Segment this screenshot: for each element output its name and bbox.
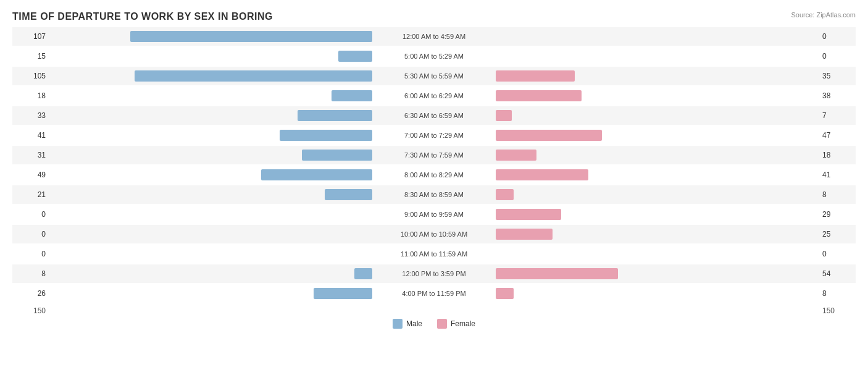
female-bar-wrap bbox=[496, 205, 819, 224]
chart-row: 26 4:00 PM to 11:59 PM 8 bbox=[12, 284, 856, 303]
female-bar-wrap bbox=[496, 126, 819, 145]
female-bar-wrap bbox=[496, 47, 819, 65]
male-bar-wrap bbox=[49, 245, 372, 263]
male-bar bbox=[280, 130, 372, 141]
female-value: 29 bbox=[819, 210, 856, 219]
female-bar-wrap bbox=[496, 166, 819, 184]
row-label: 9:00 AM to 9:59 AM bbox=[372, 211, 496, 218]
female-bar-wrap bbox=[496, 185, 819, 204]
female-bar-wrap bbox=[496, 146, 819, 164]
female-value: 0 bbox=[819, 52, 856, 61]
legend-female-label: Female bbox=[451, 319, 475, 328]
female-bar bbox=[496, 268, 618, 279]
male-value: 0 bbox=[12, 250, 49, 258]
female-bar-wrap bbox=[496, 225, 819, 243]
chart-row: 18 6:00 AM to 6:29 AM 38 bbox=[12, 86, 856, 105]
male-bar bbox=[130, 31, 372, 42]
male-value: 0 bbox=[12, 230, 49, 238]
female-bar-wrap bbox=[496, 67, 819, 85]
female-value: 25 bbox=[819, 230, 856, 238]
row-label: 6:30 AM to 6:59 AM bbox=[372, 112, 496, 119]
male-bar-wrap bbox=[49, 185, 372, 204]
row-label: 5:30 AM to 5:59 AM bbox=[372, 72, 496, 80]
male-bar bbox=[302, 150, 372, 161]
male-bar-wrap bbox=[49, 47, 372, 65]
female-bar bbox=[496, 288, 514, 299]
male-bar bbox=[314, 288, 372, 299]
male-bar bbox=[338, 51, 372, 62]
female-bar-wrap bbox=[496, 86, 819, 105]
female-value: 35 bbox=[819, 72, 856, 80]
male-bar-wrap bbox=[49, 106, 372, 125]
chart-row: 33 6:30 AM to 6:59 AM 7 bbox=[12, 106, 856, 125]
female-bar bbox=[496, 150, 536, 161]
female-value: 7 bbox=[819, 111, 856, 120]
male-bar bbox=[325, 189, 372, 200]
chart-row: 21 8:30 AM to 8:59 AM 8 bbox=[12, 185, 856, 204]
male-value: 107 bbox=[12, 32, 49, 41]
chart-row: 41 7:00 AM to 7:29 AM 47 bbox=[12, 126, 856, 145]
female-bar bbox=[496, 229, 553, 240]
female-value: 54 bbox=[819, 269, 856, 278]
male-bar-wrap bbox=[49, 27, 372, 46]
chart-row: 105 5:30 AM to 5:59 AM 35 bbox=[12, 67, 856, 85]
legend-male-label: Male bbox=[406, 319, 422, 328]
male-value: 33 bbox=[12, 111, 49, 120]
chart-row: 0 10:00 AM to 10:59 AM 25 bbox=[12, 225, 856, 243]
female-value: 8 bbox=[819, 190, 856, 199]
row-label: 6:00 AM to 6:29 AM bbox=[372, 92, 496, 99]
row-label: 5:00 AM to 5:29 AM bbox=[372, 53, 496, 60]
row-label: 12:00 AM to 4:59 AM bbox=[372, 33, 496, 40]
axis-row: 150 150 bbox=[12, 306, 856, 315]
male-value: 105 bbox=[12, 72, 49, 80]
male-bar-wrap bbox=[49, 284, 372, 303]
male-bar-wrap bbox=[49, 126, 372, 145]
legend: Male Female bbox=[12, 319, 856, 329]
female-bar-wrap bbox=[496, 284, 819, 303]
female-bar-wrap bbox=[496, 106, 819, 125]
axis-left: 150 bbox=[12, 306, 49, 315]
male-value: 18 bbox=[12, 91, 49, 100]
chart-row: 0 11:00 AM to 11:59 AM 0 bbox=[12, 245, 856, 263]
legend-male-box bbox=[393, 319, 403, 329]
chart-container: TIME OF DEPARTURE TO WORK BY SEX IN BORI… bbox=[0, 0, 868, 367]
female-bar bbox=[496, 209, 561, 220]
row-label: 10:00 AM to 10:59 AM bbox=[372, 230, 496, 238]
male-value: 0 bbox=[12, 210, 49, 219]
male-value: 41 bbox=[12, 131, 49, 140]
female-bar bbox=[496, 90, 582, 101]
row-label: 7:30 AM to 7:59 AM bbox=[372, 151, 496, 159]
female-value: 38 bbox=[819, 91, 856, 100]
chart-title: TIME OF DEPARTURE TO WORK BY SEX IN BORI… bbox=[12, 11, 856, 22]
male-value: 26 bbox=[12, 289, 49, 298]
male-bar-wrap bbox=[49, 205, 372, 224]
male-bar-wrap bbox=[49, 146, 372, 164]
female-bar-wrap bbox=[496, 27, 819, 46]
female-bar bbox=[496, 169, 588, 180]
row-label: 8:00 AM to 8:29 AM bbox=[372, 171, 496, 179]
male-bar bbox=[354, 268, 372, 279]
female-bar bbox=[496, 110, 512, 121]
male-value: 15 bbox=[12, 52, 49, 61]
male-bar bbox=[298, 110, 372, 121]
chart-row: 8 12:00 PM to 3:59 PM 54 bbox=[12, 264, 856, 283]
row-label: 7:00 AM to 7:29 AM bbox=[372, 132, 496, 139]
female-value: 18 bbox=[819, 151, 856, 159]
chart-area: 107 12:00 AM to 4:59 AM 0 15 5:00 AM to … bbox=[12, 27, 856, 303]
male-bar-wrap bbox=[49, 264, 372, 283]
chart-row: 49 8:00 AM to 8:29 AM 41 bbox=[12, 166, 856, 184]
female-bar-wrap bbox=[496, 245, 819, 263]
male-bar bbox=[135, 70, 372, 82]
female-value: 0 bbox=[819, 32, 856, 41]
female-value: 0 bbox=[819, 250, 856, 258]
male-value: 8 bbox=[12, 269, 49, 278]
row-label: 4:00 PM to 11:59 PM bbox=[372, 290, 496, 297]
male-bar-wrap bbox=[49, 225, 372, 243]
male-value: 31 bbox=[12, 151, 49, 159]
female-value: 41 bbox=[819, 171, 856, 179]
row-label: 12:00 PM to 3:59 PM bbox=[372, 270, 496, 277]
chart-row: 31 7:30 AM to 7:59 AM 18 bbox=[12, 146, 856, 164]
male-bar-wrap bbox=[49, 86, 372, 105]
legend-female-box bbox=[437, 319, 447, 329]
chart-row: 0 9:00 AM to 9:59 AM 29 bbox=[12, 205, 856, 224]
